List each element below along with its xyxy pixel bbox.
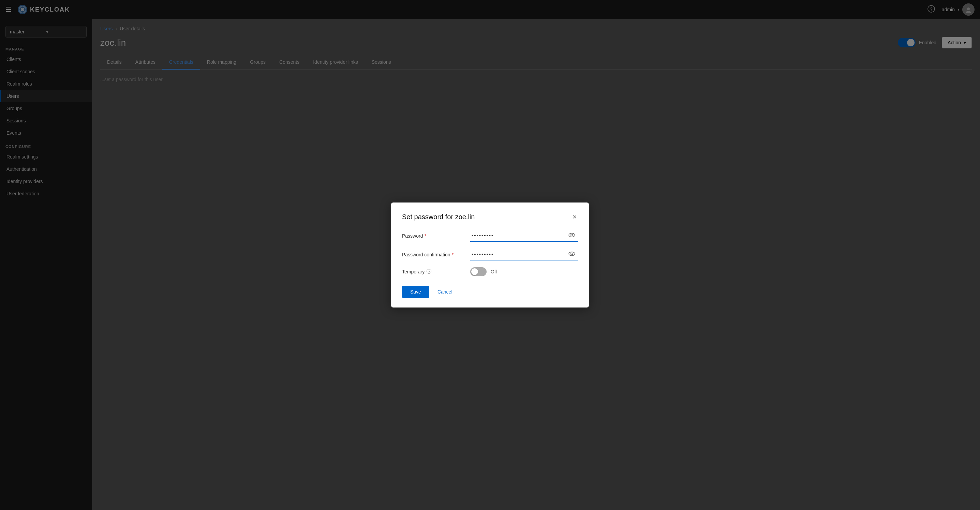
password-input[interactable] [470, 230, 578, 242]
password-confirmation-required-indicator: * [452, 252, 453, 257]
svg-point-10 [571, 253, 573, 255]
svg-point-8 [571, 234, 573, 236]
modal-header: Set password for zoe.lin × [402, 212, 578, 222]
password-confirmation-input-wrap [470, 248, 578, 261]
modal-overlay[interactable]: Set password for zoe.lin × Password * [0, 0, 980, 510]
set-password-modal: Set password for zoe.lin × Password * [391, 202, 589, 308]
svg-point-9 [569, 252, 575, 256]
modal-title: Set password for zoe.lin [402, 213, 475, 221]
password-confirmation-toggle-visibility-button[interactable] [568, 250, 575, 259]
temporary-toggle-knob [471, 268, 478, 275]
password-input-wrap [470, 230, 578, 242]
temporary-toggle-switch[interactable] [470, 267, 487, 276]
password-confirmation-label: Password confirmation * [402, 252, 470, 257]
svg-text:?: ? [428, 270, 430, 273]
temporary-label: Temporary ? [402, 269, 470, 275]
modal-footer: Save Cancel [402, 286, 578, 298]
password-confirmation-row: Password confirmation * [402, 248, 578, 261]
save-button[interactable]: Save [402, 286, 429, 298]
temporary-help-icon[interactable]: ? [426, 269, 431, 275]
cancel-button[interactable]: Cancel [435, 286, 455, 298]
temporary-row: Temporary ? Off [402, 267, 578, 276]
password-label: Password * [402, 233, 470, 238]
svg-point-7 [569, 233, 575, 237]
password-row: Password * [402, 230, 578, 242]
password-required-indicator: * [424, 233, 426, 238]
password-toggle-visibility-button[interactable] [568, 232, 575, 240]
temporary-off-label: Off [491, 269, 497, 275]
temporary-toggle-wrap: Off [470, 267, 497, 276]
password-confirmation-input[interactable] [470, 248, 578, 261]
modal-close-button[interactable]: × [571, 212, 578, 222]
